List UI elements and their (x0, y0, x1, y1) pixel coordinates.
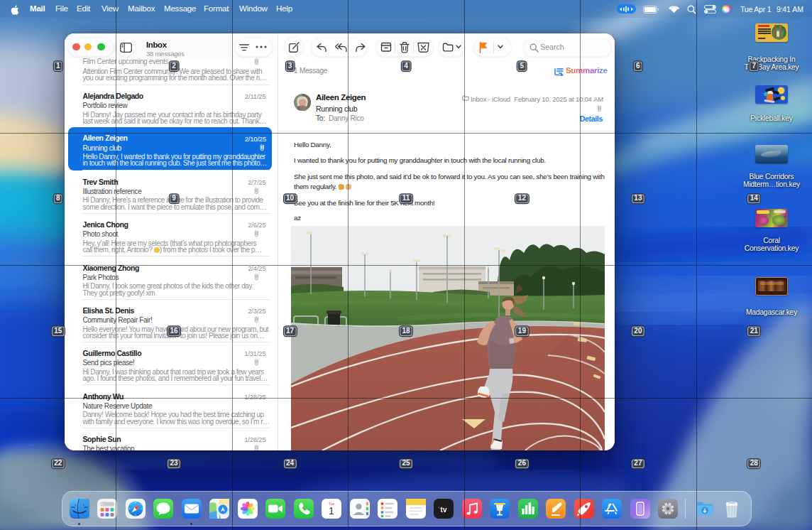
svg-text:1: 1 (329, 505, 334, 517)
svg-text:tv: tv (441, 506, 447, 514)
